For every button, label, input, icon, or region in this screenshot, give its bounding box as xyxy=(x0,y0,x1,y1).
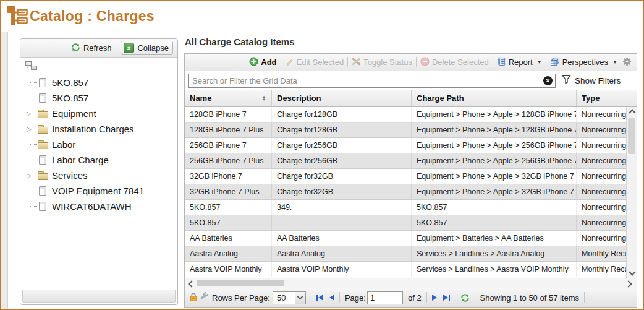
add-button[interactable]: Add xyxy=(249,57,276,68)
tree-root-icon[interactable] xyxy=(25,61,175,75)
tree-item[interactable]: 5KO.857 xyxy=(27,75,175,90)
left-splitter[interactable] xyxy=(1,32,8,310)
table-body: 128GB iPhone 7Charge for128GBEquipment >… xyxy=(185,107,626,278)
first-page-button[interactable] xyxy=(316,295,323,301)
report-label: Report xyxy=(509,58,533,67)
table-row[interactable]: AA BatteriesAA BatteriesEquipment > Batt… xyxy=(185,231,626,246)
table-row[interactable]: 256GB iPhone 7Charge for256GBEquipment >… xyxy=(185,138,626,153)
edit-selected-button[interactable]: Edit Selected xyxy=(285,57,344,68)
table-row[interactable]: Aastra AnalogAastra AnalogServices > Lan… xyxy=(185,246,626,262)
grid-toolbar: Add Edit Selected xyxy=(185,54,637,71)
table-row[interactable]: 128GB iPhone 7 PlusCharge for128GBEquipm… xyxy=(185,123,626,138)
tree-item[interactable]: ▷Services xyxy=(27,168,175,183)
page-count-label: of 2 xyxy=(408,293,422,303)
collapse-button[interactable]: « Collapse xyxy=(121,41,173,55)
table-row[interactable]: 32GB iPhone 7 PlusCharge for32GBEquipmen… xyxy=(185,184,626,200)
table-cell: Equipment > Batteries > AA Batteries xyxy=(412,231,577,246)
org-chart-icon xyxy=(6,4,29,32)
file-icon xyxy=(37,201,49,212)
table-cell: 128GB iPhone 7 xyxy=(185,107,272,122)
column-header-charge-path[interactable]: Charge Path xyxy=(412,90,577,106)
table-cell: Nonrecurring xyxy=(577,138,626,153)
column-header-description[interactable]: Description xyxy=(272,90,412,106)
add-label: Add xyxy=(261,58,276,67)
table-cell: 5KO.857 xyxy=(412,215,577,230)
file-icon xyxy=(37,155,49,165)
expand-arrow-icon[interactable]: ▷ xyxy=(27,172,37,179)
table-row[interactable]: 5KO.857349.5KO.857Nonrecurring xyxy=(185,200,626,215)
toolbar-separator xyxy=(281,57,281,67)
table-header: Name ▲▼ Description Charge Path Type xyxy=(185,90,637,107)
tree-item[interactable]: Labor Charge xyxy=(27,152,175,168)
tree-item[interactable]: Labor xyxy=(27,137,175,152)
vertical-scrollbar[interactable] xyxy=(626,107,637,278)
grid-settings-button[interactable] xyxy=(622,57,632,68)
tree-toolbar: Refresh « Collapse xyxy=(20,39,177,58)
tree-item-label: Installation Charges xyxy=(52,124,134,134)
footer-separator xyxy=(475,292,475,303)
refresh-button[interactable]: Refresh xyxy=(71,43,112,54)
tree-item[interactable]: ▷Installation Charges xyxy=(27,121,175,137)
next-page-button[interactable] xyxy=(432,295,437,301)
table-cell: Charge for128GB xyxy=(272,123,412,137)
perspectives-button[interactable]: Perspectives ▼ xyxy=(550,57,617,68)
scroll-up-icon[interactable] xyxy=(629,109,635,116)
table-cell: Aastra Analog xyxy=(185,246,272,261)
tree-item[interactable]: WIRCAT6DATAWH xyxy=(27,199,175,214)
scroll-right-icon[interactable] xyxy=(625,280,632,287)
show-filters-button[interactable]: Show Filters xyxy=(562,75,621,86)
table-cell: AA Batteries xyxy=(272,231,412,246)
tree-item[interactable]: VOIP Equipment 7841 xyxy=(27,183,175,199)
footer-separator xyxy=(311,292,311,303)
table-cell: Nonrecurring xyxy=(577,231,626,246)
expand-arrow-icon[interactable]: ▷ xyxy=(27,126,37,132)
column-header-name[interactable]: Name ▲▼ xyxy=(185,90,272,106)
table-row[interactable]: 5KO.8575KO.857Nonrecurring xyxy=(185,215,626,231)
scroll-down-icon[interactable] xyxy=(629,269,635,275)
table-cell: Services > Landlines > Aastra Analog xyxy=(412,246,577,261)
table-row[interactable]: Aastra VOIP MonthlyAastra VOIP MonthlySe… xyxy=(185,262,626,277)
table-cell: Charge for32GB xyxy=(272,169,412,184)
table-row[interactable]: 256GB iPhone 7 PlusCharge for256GBEquipm… xyxy=(185,153,626,169)
table-body-wrap: 128GB iPhone 7Charge for128GBEquipment >… xyxy=(185,107,637,278)
grid-title: All Charge Catalog Items xyxy=(185,37,295,47)
column-header-type[interactable]: Type xyxy=(577,90,637,106)
table-cell: 256GB iPhone 7 Plus xyxy=(185,153,272,168)
search-row: × Show Filters xyxy=(185,71,637,90)
wrench-icon[interactable] xyxy=(200,292,209,303)
table-row[interactable]: 128GB iPhone 7Charge for128GBEquipment >… xyxy=(185,107,626,123)
rows-per-page-select[interactable]: 50 xyxy=(273,291,306,304)
toggle-status-button[interactable]: Toggle Status xyxy=(352,57,412,68)
delete-selected-button[interactable]: Delete Selected xyxy=(420,57,489,68)
hscroll-thumb[interactable] xyxy=(197,280,284,286)
table-cell: Nonrecurring xyxy=(577,200,626,215)
vscroll-thumb[interactable] xyxy=(628,118,635,154)
table-cell: Equipment > Phone > Apple > 128GB iPhone… xyxy=(412,107,577,122)
table-row[interactable]: 32GB iPhone 7Charge for32GBEquipment > P… xyxy=(185,169,626,184)
table-cell: Services > Landlines > Aastra VOIP Month… xyxy=(412,262,577,277)
tree-item-label: Labor Charge xyxy=(52,155,109,165)
table-cell: Nonrecurring xyxy=(577,123,626,137)
tree-item[interactable]: ▷Equipment xyxy=(27,106,175,121)
tree-connector xyxy=(27,206,37,207)
tree-items: 5KO.8575KO.857▷Equipment▷Installation Ch… xyxy=(27,75,175,214)
horizontal-scrollbar[interactable] xyxy=(185,278,637,288)
page-number-input[interactable] xyxy=(367,291,403,304)
report-button[interactable]: Report ▼ xyxy=(497,57,542,68)
minus-circle-icon xyxy=(420,57,430,68)
last-page-button[interactable] xyxy=(443,295,450,301)
search-input[interactable] xyxy=(189,74,555,87)
table-cell: Charge for128GB xyxy=(272,107,412,122)
expand-arrow-icon[interactable]: ▷ xyxy=(27,110,37,117)
clear-search-icon[interactable]: × xyxy=(543,76,553,85)
tree-item[interactable]: 5KO.857 xyxy=(27,90,175,106)
table-cell: Monthly Recurring xyxy=(577,262,626,277)
search-box: × xyxy=(188,74,556,88)
scroll-left-icon[interactable] xyxy=(188,280,195,287)
previous-page-button[interactable] xyxy=(329,295,334,301)
grid-refresh-button[interactable] xyxy=(460,293,470,303)
padlock-icon[interactable] xyxy=(189,292,198,304)
showing-items-label: Showing 1 to 50 of 57 items xyxy=(480,293,579,303)
toggle-status-label: Toggle Status xyxy=(363,58,412,67)
sort-icon[interactable]: ▲▼ xyxy=(262,95,266,101)
